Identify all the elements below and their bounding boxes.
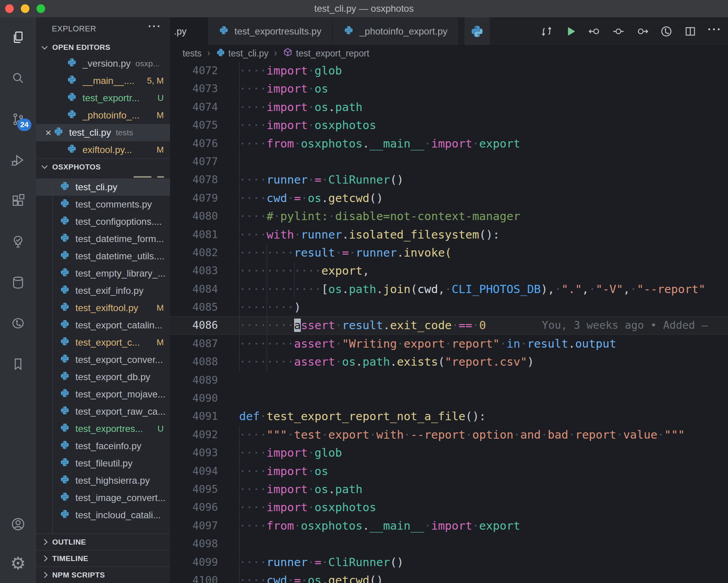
run-icon[interactable] bbox=[564, 25, 577, 38]
file-tree-item[interactable]: test_export_catalin... bbox=[36, 317, 170, 334]
close-icon[interactable]: × bbox=[43, 127, 53, 139]
file-tree-item[interactable]: test_incloud_catali... bbox=[36, 506, 170, 524]
python-file-icon bbox=[60, 457, 70, 470]
minimize-window-button[interactable] bbox=[21, 4, 29, 13]
file-tree-item[interactable]: test_export_db.py bbox=[36, 368, 170, 386]
breadcrumb-item[interactable]: test_cli.py bbox=[216, 48, 269, 60]
history-icon[interactable] bbox=[660, 25, 673, 38]
file-tree-item[interactable]: test_exportres...U bbox=[36, 420, 170, 437]
database-icon[interactable] bbox=[0, 262, 36, 303]
file-tree-item[interactable]: test_highsierra.py bbox=[36, 472, 170, 489]
file-tree-item[interactable]: test_export_mojave... bbox=[36, 386, 170, 403]
source-control-icon[interactable]: 24 bbox=[0, 99, 36, 140]
editor-tab[interactable]: .py bbox=[170, 17, 208, 45]
explorer-icon[interactable] bbox=[0, 17, 36, 58]
code-editor[interactable]: 4072····import·glob4073····import·os4074… bbox=[170, 62, 728, 583]
bookmarks-icon[interactable] bbox=[0, 344, 36, 384]
code-line[interactable]: 4095····import·os.path bbox=[170, 480, 728, 498]
code-line[interactable]: 4092····"""·test·export·with·--report·op… bbox=[170, 426, 728, 444]
code-line[interactable]: 4080····#·pylint:·disable=not-context-ma… bbox=[170, 207, 728, 225]
compare-icon[interactable] bbox=[540, 25, 553, 38]
search-icon[interactable] bbox=[0, 58, 36, 99]
file-tree-item[interactable]: test_fileutil.py bbox=[36, 455, 170, 472]
code-line[interactable]: 4078····runner·=·CliRunner() bbox=[170, 171, 728, 189]
code-line[interactable]: 4088········assert·os.path.exists("repor… bbox=[170, 353, 728, 371]
file-tree-item[interactable]: test_datetime_utils.... bbox=[36, 248, 170, 265]
breadcrumb-item[interactable]: test_export_report bbox=[283, 47, 369, 60]
file-tree-item[interactable]: test_export_c...M bbox=[36, 334, 170, 351]
python-logo-icon[interactable] bbox=[465, 17, 490, 45]
code-line[interactable]: 4094····import·os bbox=[170, 462, 728, 480]
file-name: test_empty_library_... bbox=[75, 268, 165, 279]
code-line[interactable]: 4077 bbox=[170, 153, 728, 171]
python-file-icon bbox=[60, 319, 70, 332]
split-editor-icon[interactable] bbox=[684, 25, 697, 38]
code-line[interactable]: 4086········assert·result.exit_code·==·0… bbox=[170, 316, 728, 334]
file-tree-item[interactable]: test_empty_library_... bbox=[36, 265, 170, 282]
open-editor-item[interactable]: __main__....5, M bbox=[36, 72, 170, 89]
more-actions-icon[interactable]: ··· bbox=[148, 26, 161, 31]
section-header-outline[interactable]: OUTLINE bbox=[36, 534, 170, 550]
folder-section-header[interactable]: OSXPHOTOS bbox=[36, 159, 170, 175]
section-header-timeline[interactable]: TIMELINE bbox=[36, 550, 170, 567]
step-out-icon[interactable] bbox=[636, 25, 649, 38]
zoom-window-button[interactable] bbox=[37, 4, 45, 13]
code-line[interactable]: 4084············[os.path.join(cwd,·CLI_P… bbox=[170, 280, 728, 298]
step-back-icon[interactable] bbox=[588, 25, 601, 38]
code-line[interactable]: 4081····with·runner.isolated_filesystem(… bbox=[170, 226, 728, 244]
open-editors-section-header[interactable]: OPEN EDITORS bbox=[36, 40, 170, 55]
open-editor-item[interactable]: test_exportr...U bbox=[36, 89, 170, 107]
file-tree-item[interactable]: test_cli.py bbox=[36, 179, 170, 196]
code-line[interactable]: 4089 bbox=[170, 371, 728, 389]
run-debug-icon[interactable] bbox=[0, 140, 36, 180]
open-editor-item[interactable]: × test_cli.pytests bbox=[36, 124, 170, 141]
file-tree-item[interactable]: test_configoptions.... bbox=[36, 213, 170, 230]
code-line[interactable]: 4083············export, bbox=[170, 262, 728, 280]
code-line[interactable]: 4090 bbox=[170, 389, 728, 407]
file-tree-item[interactable]: test_faceinfo.py bbox=[36, 437, 170, 455]
code-line[interactable]: 4074····import·os.path bbox=[170, 98, 728, 116]
code-line[interactable]: 4072····import·glob bbox=[170, 62, 728, 80]
code-line[interactable]: 4087········assert·"Writing·export·repor… bbox=[170, 335, 728, 353]
file-tree-item[interactable]: test_comments.py bbox=[36, 196, 170, 213]
account-icon[interactable] bbox=[0, 505, 36, 544]
line-number: 4078 bbox=[170, 171, 239, 189]
file-tree-item[interactable]: test_image_convert... bbox=[36, 489, 170, 506]
file-tree-item[interactable]: test_export_raw_ca... bbox=[36, 403, 170, 420]
indent-guide bbox=[239, 153, 240, 171]
code-line[interactable]: 4079····cwd·=·os.getcwd() bbox=[170, 189, 728, 207]
line-number: 4079 bbox=[170, 189, 239, 207]
code-line[interactable]: 4091def·test_export_report_not_a_file(): bbox=[170, 407, 728, 425]
code-line[interactable]: 4099····runner·=·CliRunner() bbox=[170, 553, 728, 571]
file-tree-item[interactable]: test_datetime_form... bbox=[36, 230, 170, 248]
code-line[interactable]: 4085········) bbox=[170, 298, 728, 316]
code-line[interactable]: 4098 bbox=[170, 535, 728, 553]
code-line[interactable]: 4093····import·glob bbox=[170, 444, 728, 462]
file-tree-item[interactable]: test_exiftool.pyM bbox=[36, 299, 170, 317]
code-line[interactable]: 4076····from·osxphotos.__main__·import·e… bbox=[170, 135, 728, 153]
more-actions-icon[interactable]: ··· bbox=[708, 29, 722, 33]
testing-tree-icon[interactable] bbox=[0, 221, 36, 262]
editor-tab[interactable]: test_exportresults.py bbox=[208, 17, 333, 45]
file-tree-item[interactable]: test_export_conver... bbox=[36, 351, 170, 368]
extensions-icon[interactable] bbox=[0, 180, 36, 221]
settings-icon[interactable]: ⚙ bbox=[0, 544, 36, 583]
code-line[interactable]: 4082········result·=·runner.invoke( bbox=[170, 244, 728, 262]
record-icon[interactable] bbox=[612, 25, 625, 38]
breadcrumb-item[interactable]: tests bbox=[183, 48, 202, 59]
indent-guide bbox=[267, 335, 267, 353]
code-line[interactable]: 4100····cwd·=·os.getcwd() bbox=[170, 571, 728, 583]
code-line[interactable]: 4097····from·osxphotos.__main__·import·e… bbox=[170, 517, 728, 535]
code-line[interactable]: 4096····import·osxphotos bbox=[170, 498, 728, 516]
open-editor-item[interactable]: _version.pyosxp... bbox=[36, 55, 170, 72]
file-name: test_export_raw_ca... bbox=[75, 406, 165, 417]
open-editor-item[interactable]: exiftool.py...M bbox=[36, 141, 170, 159]
code-line[interactable]: 4073····import·os bbox=[170, 80, 728, 98]
file-tree-item[interactable]: test_exif_info.py bbox=[36, 282, 170, 299]
close-window-button[interactable] bbox=[5, 4, 14, 13]
open-editor-item[interactable]: _photoinfo_...M bbox=[36, 107, 170, 124]
code-line[interactable]: 4075····import·osxphotos bbox=[170, 116, 728, 134]
gitlens-icon[interactable] bbox=[0, 303, 36, 344]
section-header-npm-scripts[interactable]: NPM SCRIPTS bbox=[36, 567, 170, 583]
editor-tab[interactable]: _photoinfo_export.py bbox=[333, 17, 459, 45]
